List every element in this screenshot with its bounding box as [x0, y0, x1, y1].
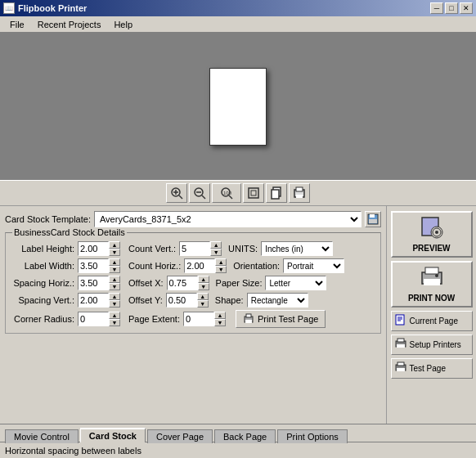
menu-help[interactable]: Help: [107, 18, 139, 31]
tab-movie-control[interactable]: Movie Control: [5, 429, 79, 443]
main-content: Card Stock Template: AveryCards_8371_5x2…: [0, 206, 476, 424]
offset-y-up[interactable]: ▲: [197, 293, 209, 300]
label-height-up[interactable]: ▲: [109, 241, 120, 249]
print-now-button[interactable]: PRINT NOW: [391, 261, 473, 308]
print-icon: [419, 266, 445, 292]
label-width-down[interactable]: ▼: [109, 266, 120, 273]
tab-cover-page[interactable]: Cover Page: [147, 429, 213, 443]
shape-select[interactable]: Rectangle: [247, 293, 308, 308]
offset-y-input[interactable]: [166, 293, 197, 308]
orientation-select[interactable]: Portrait: [283, 258, 344, 273]
svg-rect-21: [246, 314, 251, 317]
current-page-label: Current Page: [410, 317, 458, 326]
test-page-button[interactable]: Test Page: [391, 358, 473, 379]
status-bar: Horizontal spacing between labels: [0, 442, 476, 458]
close-button[interactable]: ✕: [460, 2, 473, 14]
svg-line-1: [179, 195, 182, 199]
corner-radius-spinner[interactable]: ▲ ▼: [78, 312, 120, 326]
label-width-spinner[interactable]: ▲ ▼: [78, 258, 120, 273]
tab-back-page[interactable]: Back Page: [214, 429, 276, 443]
print-test-button[interactable]: Print Test Page: [236, 310, 326, 328]
current-page-icon: [395, 314, 406, 328]
template-select[interactable]: AveryCards_8371_5x2: [94, 211, 361, 227]
spacing-vert-down[interactable]: ▼: [109, 300, 120, 308]
svg-rect-28: [425, 267, 438, 274]
offset-x-label: Offset X:: [128, 278, 164, 288]
svg-rect-15: [296, 187, 303, 191]
current-page-button[interactable]: Current Page: [391, 311, 473, 331]
label-width-input[interactable]: [78, 258, 109, 273]
count-horiz-label: Count Horiz.:: [128, 261, 181, 271]
spacing-horiz-up[interactable]: ▲: [109, 276, 120, 283]
page-extent-up[interactable]: ▲: [214, 312, 226, 319]
offset-x-down[interactable]: ▼: [198, 283, 209, 290]
stock-details-group: BusinessCard Stock Details Label Height:…: [5, 232, 381, 334]
print-preview-button[interactable]: [289, 183, 310, 203]
svg-rect-18: [370, 214, 375, 218]
menu-file[interactable]: File: [3, 18, 31, 31]
app-title: Flipbook Printer: [18, 3, 87, 13]
count-horiz-input[interactable]: [184, 258, 215, 273]
label-height-spinner[interactable]: ▲ ▼: [78, 241, 120, 256]
setup-printers-icon: [395, 338, 406, 352]
orientation-label: Orientation:: [233, 261, 280, 271]
minimize-button[interactable]: ─: [430, 2, 443, 14]
count-horiz-up[interactable]: ▲: [215, 258, 227, 266]
units-select[interactable]: Inches (in): [261, 241, 333, 256]
zoom-100-button[interactable]: 100: [212, 183, 241, 203]
group-box-title: BusinessCard Stock Details: [12, 227, 127, 237]
app-icon: 📖: [3, 2, 15, 14]
count-horiz-spinner[interactable]: ▲ ▼: [184, 258, 227, 273]
count-vert-down[interactable]: ▼: [210, 249, 222, 256]
count-vert-spinner[interactable]: ▲ ▼: [179, 241, 222, 256]
spacing-vert-up[interactable]: ▲: [109, 293, 120, 300]
maximize-button[interactable]: □: [445, 2, 458, 14]
corner-radius-up[interactable]: ▲: [109, 312, 120, 319]
svg-point-30: [435, 274, 438, 277]
corner-radius-input[interactable]: [78, 312, 109, 326]
spacing-horiz-label: Spacing Horiz.:: [11, 278, 74, 288]
zoom-in-button[interactable]: [166, 183, 187, 203]
page-extent-input[interactable]: [183, 312, 214, 326]
label-width-up[interactable]: ▲: [109, 258, 120, 266]
save-template-button[interactable]: [365, 211, 381, 227]
template-label: Card Stock Template:: [5, 214, 91, 224]
svg-line-8: [229, 195, 232, 199]
count-vert-up[interactable]: ▲: [210, 241, 222, 249]
setup-printers-button[interactable]: Setup Printers: [391, 335, 473, 355]
page-extent-down[interactable]: ▼: [214, 319, 226, 326]
label-height-down[interactable]: ▼: [109, 249, 120, 256]
offset-y-spinner[interactable]: ▲ ▼: [166, 293, 209, 308]
corner-radius-down[interactable]: ▼: [109, 319, 120, 326]
paper-size-select[interactable]: Letter: [265, 276, 326, 290]
page-extent-spinner[interactable]: ▲ ▼: [183, 312, 226, 326]
spacing-horiz-input[interactable]: [78, 276, 109, 290]
offset-x-input[interactable]: [167, 276, 198, 290]
copy-button[interactable]: [266, 183, 287, 203]
window-controls: ─ □ ✕: [430, 2, 473, 14]
svg-point-26: [435, 231, 438, 234]
fit-page-button[interactable]: [243, 183, 264, 203]
spacing-horiz-down[interactable]: ▼: [109, 283, 120, 290]
preview-button[interactable]: PREVIEW: [391, 211, 473, 258]
svg-rect-16: [296, 195, 303, 198]
menu-recent-projects[interactable]: Recent Projects: [31, 18, 108, 31]
svg-rect-19: [369, 219, 377, 223]
spacing-horiz-spinner[interactable]: ▲ ▼: [78, 276, 120, 290]
label-height-input[interactable]: [78, 241, 109, 256]
offset-y-down[interactable]: ▼: [197, 300, 209, 308]
print-now-label: PRINT NOW: [408, 294, 455, 303]
offset-x-spinner[interactable]: ▲ ▼: [167, 276, 209, 290]
label-height-label: Label Height:: [11, 244, 74, 254]
offset-x-up[interactable]: ▲: [198, 276, 209, 283]
tab-print-options[interactable]: Print Options: [277, 429, 348, 443]
title-bar: 📖 Flipbook Printer ─ □ ✕: [0, 0, 476, 16]
svg-rect-39: [397, 362, 404, 366]
spacing-vert-input[interactable]: [78, 293, 109, 308]
preview-area: [0, 33, 476, 180]
spacing-vert-spinner[interactable]: ▲ ▼: [78, 293, 120, 308]
zoom-out-button[interactable]: [189, 183, 210, 203]
tab-card-stock[interactable]: Card Stock: [80, 428, 146, 442]
count-horiz-down[interactable]: ▼: [215, 266, 227, 273]
count-vert-input[interactable]: [179, 241, 210, 256]
